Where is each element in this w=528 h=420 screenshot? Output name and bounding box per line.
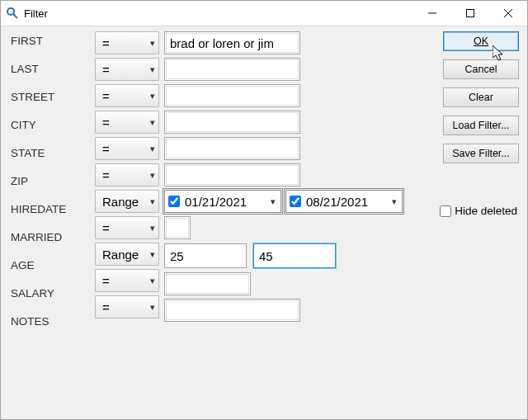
hide-deleted[interactable]: Hide deleted — [440, 205, 517, 217]
label-last: LAST — [11, 63, 66, 76]
value-city[interactable] — [164, 111, 300, 134]
chevron-down-icon: ▾ — [150, 64, 155, 75]
chevron-down-icon: ▾ — [150, 276, 155, 286]
op-state[interactable]: =▾ — [95, 137, 159, 160]
clear-button[interactable]: Clear — [443, 87, 519, 107]
value-married[interactable] — [164, 216, 191, 239]
load-filter-button[interactable]: Load Filter... — [443, 116, 519, 135]
cancel-button[interactable]: Cancel — [443, 59, 519, 79]
close-button[interactable] — [489, 1, 527, 26]
hiredate-to-value[interactable] — [304, 195, 389, 209]
label-married: MARRIED — [11, 231, 66, 244]
label-notes: NOTES — [11, 315, 66, 328]
svg-point-0 — [7, 8, 14, 15]
svg-rect-3 — [467, 10, 474, 17]
label-city: CITY — [11, 119, 66, 132]
svg-line-1 — [13, 14, 17, 18]
label-salary: SALARY — [11, 287, 66, 300]
op-notes[interactable]: =▾ — [95, 295, 159, 319]
chevron-down-icon: ▾ — [150, 117, 155, 128]
hiredate-from[interactable]: ▾ — [164, 190, 281, 213]
label-age: AGE — [11, 259, 66, 272]
value-street[interactable] — [164, 84, 300, 107]
hiredate-from-value[interactable] — [183, 195, 267, 209]
op-married[interactable]: =▾ — [95, 216, 159, 239]
age-from[interactable] — [164, 243, 247, 268]
hiredate-to[interactable]: ▾ — [285, 190, 403, 213]
hide-deleted-check[interactable] — [440, 205, 451, 217]
hiredate-from-check[interactable] — [168, 196, 180, 207]
chevron-down-icon: ▾ — [389, 196, 400, 207]
label-zip: ZIP — [11, 175, 66, 188]
op-hiredate[interactable]: Range▾ — [95, 190, 159, 213]
op-last[interactable]: =▾ — [95, 58, 159, 81]
value-zip[interactable] — [164, 163, 300, 186]
chevron-down-icon: ▾ — [150, 144, 155, 154]
chevron-down-icon: ▾ — [150, 91, 155, 101]
op-zip[interactable]: =▾ — [95, 163, 159, 186]
dialog-body: FIRST LAST STREET CITY STATE ZIP HIREDAT… — [1, 26, 527, 419]
op-first[interactable]: =▾ — [95, 31, 159, 54]
chevron-down-icon: ▾ — [150, 170, 155, 181]
label-street: STREET — [11, 91, 66, 104]
hiredate-to-check[interactable] — [290, 196, 301, 207]
window-title: Filter — [24, 7, 413, 20]
op-salary[interactable]: =▾ — [95, 269, 159, 292]
op-age[interactable]: Range▾ — [95, 243, 159, 266]
value-salary[interactable] — [164, 272, 251, 295]
value-first[interactable] — [164, 31, 300, 54]
label-first: FIRST — [11, 35, 66, 48]
maximize-button[interactable] — [451, 1, 489, 26]
save-filter-button[interactable]: Save Filter... — [443, 144, 519, 163]
value-notes[interactable] — [164, 299, 300, 322]
filter-app-icon — [6, 7, 19, 20]
chevron-down-icon: ▾ — [150, 302, 155, 313]
value-last[interactable] — [164, 58, 300, 81]
hide-deleted-label: Hide deleted — [455, 205, 517, 217]
label-state: STATE — [11, 147, 66, 160]
minimize-button[interactable] — [413, 1, 451, 26]
title-bar: Filter — [1, 1, 527, 26]
chevron-down-icon: ▾ — [267, 196, 279, 207]
value-state[interactable] — [164, 137, 300, 160]
label-hiredate: HIREDATE — [11, 203, 66, 216]
chevron-down-icon: ▾ — [150, 38, 155, 49]
chevron-down-icon: ▾ — [150, 223, 155, 234]
field-labels: FIRST LAST STREET CITY STATE ZIP HIREDAT… — [11, 35, 66, 328]
op-street[interactable]: =▾ — [95, 84, 159, 107]
chevron-down-icon: ▾ — [150, 196, 155, 207]
age-to[interactable] — [253, 243, 336, 268]
ok-button[interactable]: OK — [443, 31, 519, 51]
op-city[interactable]: =▾ — [95, 111, 159, 134]
chevron-down-icon: ▾ — [150, 249, 155, 260]
